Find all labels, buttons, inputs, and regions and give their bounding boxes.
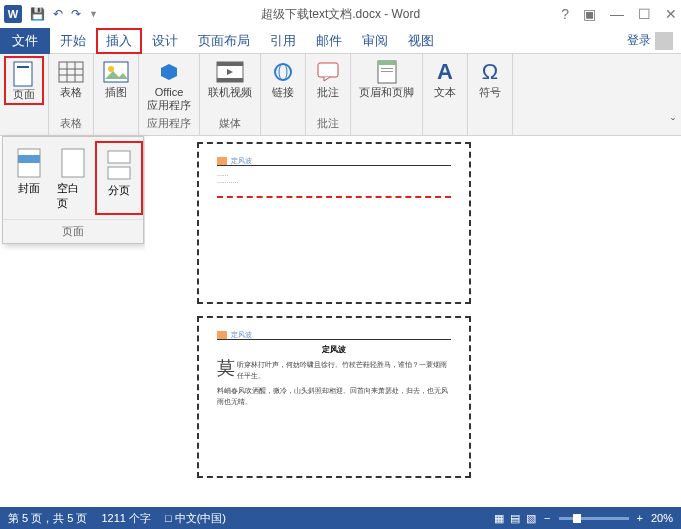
zoom-level[interactable]: 20% <box>651 512 673 524</box>
blank-page-icon <box>57 145 89 181</box>
tab-references[interactable]: 引用 <box>260 28 306 54</box>
page-header: 定风波 <box>217 330 451 340</box>
svg-rect-20 <box>18 155 40 163</box>
symbol-icon: Ω <box>476 58 504 86</box>
tab-file[interactable]: 文件 <box>0 28 50 54</box>
links-label: 链接 <box>272 86 294 99</box>
table-group-label: 表格 <box>60 116 82 133</box>
office-apps-button[interactable]: Office 应用程序 <box>143 56 195 114</box>
media-group-label: 媒体 <box>219 116 241 133</box>
svg-rect-16 <box>378 61 396 65</box>
tab-design[interactable]: 设计 <box>142 28 188 54</box>
word-count[interactable]: 1211 个字 <box>101 511 151 526</box>
pages-button[interactable]: 页面 <box>4 56 44 105</box>
doc-title: 定风波 <box>217 344 451 355</box>
video-label: 联机视频 <box>208 86 252 99</box>
language-status[interactable]: □ 中文(中国) <box>165 511 226 526</box>
table-button[interactable]: 表格 <box>53 56 89 101</box>
ribbon-display-icon[interactable]: ▣ <box>583 6 596 22</box>
document-page[interactable]: 定风波 ...... ........... <box>197 142 471 304</box>
tab-review[interactable]: 审阅 <box>352 28 398 54</box>
print-layout-icon[interactable]: ▤ <box>510 512 520 525</box>
qat-dropdown-icon[interactable]: ▼ <box>89 9 98 19</box>
svg-rect-0 <box>14 62 32 86</box>
header-footer-icon <box>373 58 401 86</box>
text-icon: A <box>431 58 459 86</box>
svg-rect-11 <box>217 78 243 82</box>
tab-view[interactable]: 视图 <box>398 28 444 54</box>
video-icon <box>216 58 244 86</box>
maximize-icon[interactable]: ☐ <box>638 6 651 22</box>
header-footer-label: 页眉和页脚 <box>359 86 414 99</box>
page-break-indicator <box>217 196 451 198</box>
illustrations-label: 插图 <box>105 86 127 99</box>
links-button[interactable]: 链接 <box>265 56 301 101</box>
page-break-label: 分页 <box>108 183 130 198</box>
login-button[interactable]: 登录 <box>619 28 681 54</box>
save-icon[interactable]: 💾 <box>30 7 45 21</box>
svg-rect-22 <box>108 151 130 163</box>
pages-dropdown-label: 页面 <box>3 219 143 243</box>
svg-rect-18 <box>381 71 393 72</box>
tab-insert[interactable]: 插入 <box>96 28 142 54</box>
comment-label: 批注 <box>317 86 339 99</box>
text-label: 文本 <box>434 86 456 99</box>
online-video-button[interactable]: 联机视频 <box>204 56 256 101</box>
login-label: 登录 <box>627 32 651 49</box>
apps-group-label: 应用程序 <box>147 116 191 133</box>
blank-page-button[interactable]: 空白页 <box>51 141 95 215</box>
read-mode-icon[interactable]: ▦ <box>494 512 504 525</box>
text-button[interactable]: A 文本 <box>427 56 463 101</box>
avatar-icon <box>655 32 673 50</box>
link-icon <box>269 58 297 86</box>
svg-point-12 <box>275 64 291 80</box>
close-icon[interactable]: ✕ <box>665 6 677 22</box>
svg-rect-23 <box>108 167 130 179</box>
help-icon[interactable]: ? <box>561 6 569 22</box>
drop-cap: 莫 <box>217 359 235 377</box>
picture-icon <box>102 58 130 86</box>
document-page[interactable]: 定风波 定风波 莫 听穿林打叶声，何妨吟啸且徐行。竹杖芒鞋轻胜马，谁怕？一蓑烟雨… <box>197 316 471 478</box>
pages-dropdown: 封面 空白页 分页 页面 <box>2 136 144 244</box>
web-layout-icon[interactable]: ▧ <box>526 512 536 525</box>
header-footer-button[interactable]: 页眉和页脚 <box>355 56 418 101</box>
svg-rect-17 <box>381 68 393 69</box>
svg-rect-14 <box>318 63 338 77</box>
pages-icon <box>10 60 38 88</box>
apps-icon <box>155 58 183 86</box>
document-area[interactable]: 定风波 ...... ........... 定风波 定风波 莫 听穿林打叶声，… <box>145 138 673 505</box>
page-header: 定风波 <box>217 156 451 166</box>
doc-paragraph: 听穿林打叶声，何妨吟啸且徐行。竹杖芒鞋轻胜马，谁怕？一蓑烟雨任平生。 <box>237 361 447 379</box>
blank-page-label: 空白页 <box>57 181 89 211</box>
comment-group-label: 批注 <box>317 116 339 133</box>
symbol-button[interactable]: Ω 符号 <box>472 56 508 101</box>
tab-layout[interactable]: 页面布局 <box>188 28 260 54</box>
page-count[interactable]: 第 5 页，共 5 页 <box>8 511 87 526</box>
redo-icon[interactable]: ↷ <box>71 7 81 21</box>
comment-button[interactable]: 批注 <box>310 56 346 101</box>
table-icon <box>57 58 85 86</box>
undo-icon[interactable]: ↶ <box>53 7 63 21</box>
window-title: 超级下载text文档.docx - Word <box>261 6 420 23</box>
table-label: 表格 <box>60 86 82 99</box>
collapse-ribbon-icon[interactable]: ˇ <box>671 117 675 131</box>
cover-page-label: 封面 <box>18 181 40 196</box>
tab-mailings[interactable]: 邮件 <box>306 28 352 54</box>
apps-label: Office 应用程序 <box>147 86 191 112</box>
illustrations-button[interactable]: 插图 <box>98 56 134 101</box>
minimize-icon[interactable]: — <box>610 6 624 22</box>
zoom-slider[interactable] <box>559 517 629 520</box>
status-bar: 第 5 页，共 5 页 1211 个字 □ 中文(中国) ▦ ▤ ▧ − + 2… <box>0 507 681 529</box>
svg-rect-10 <box>217 62 243 66</box>
zoom-in-icon[interactable]: + <box>637 512 643 524</box>
svg-rect-21 <box>62 149 84 177</box>
svg-rect-2 <box>59 62 83 82</box>
symbol-label: 符号 <box>479 86 501 99</box>
tab-home[interactable]: 开始 <box>50 28 96 54</box>
page-break-button[interactable]: 分页 <box>95 141 143 215</box>
cover-page-button[interactable]: 封面 <box>7 141 51 215</box>
svg-rect-1 <box>17 66 29 68</box>
zoom-out-icon[interactable]: − <box>544 512 550 524</box>
svg-point-13 <box>279 64 287 80</box>
doc-paragraph: 料峭春风吹酒醒，微冷，山头斜照却相迎。回首向来萧瑟处，归去，也无风雨也无晴。 <box>217 385 451 407</box>
